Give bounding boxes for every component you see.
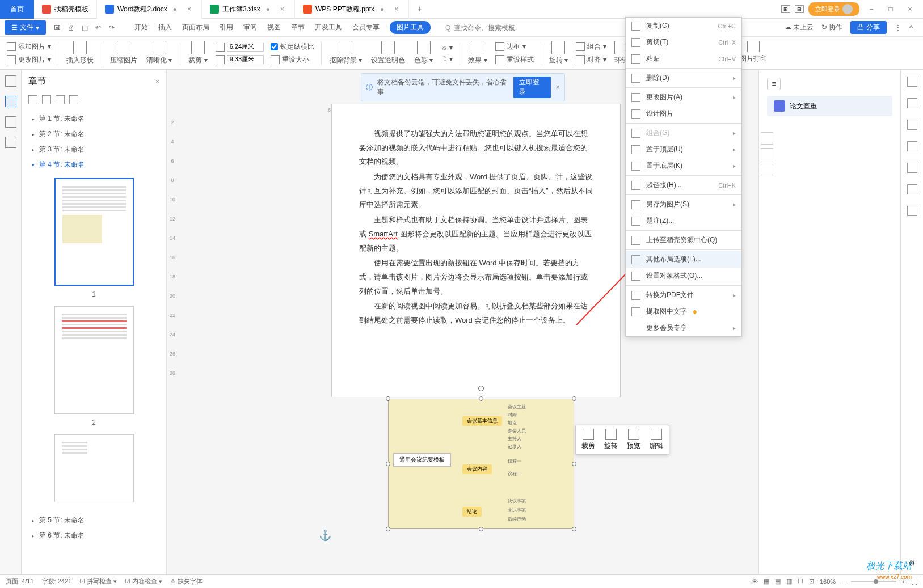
paragraph[interactable]: 使用在需要位置出现的新按钮在 Word 中保存时间。若要挡的方式，请单击该图片，… bbox=[359, 256, 593, 298]
section-add-icon[interactable] bbox=[56, 95, 65, 104]
tab-ppt[interactable]: WPS PPT教程.pptx●× bbox=[295, 0, 409, 19]
layer-top-icon[interactable] bbox=[761, 148, 773, 160]
coop-button[interactable]: ↻ 协作 bbox=[821, 23, 842, 32]
rr-settings-icon[interactable] bbox=[907, 206, 917, 216]
menu-tab-view[interactable]: 视图 bbox=[267, 21, 281, 34]
smartart-text[interactable]: SmartArt bbox=[369, 230, 398, 238]
search-input[interactable] bbox=[454, 24, 522, 32]
img-print-button[interactable]: 图片打印 bbox=[740, 41, 767, 64]
resize-handle-n[interactable] bbox=[479, 396, 483, 401]
ctx-more-layout[interactable]: 其他布局选项(L)... bbox=[626, 251, 741, 268]
menu-tab-section[interactable]: 章节 bbox=[291, 21, 305, 34]
group-icon[interactable] bbox=[761, 132, 773, 145]
document-page[interactable]: 视频提供了功能强大的方法帮助您证明您的观点。当您单可以在想要添加的视频的嵌入代码… bbox=[331, 104, 621, 397]
eye-icon[interactable]: 👁 bbox=[752, 578, 758, 585]
menu-tab-image-tools[interactable]: 图片工具 bbox=[390, 21, 431, 34]
ctx-change-image[interactable]: 更改图片(A)▸ bbox=[626, 89, 741, 105]
rr-select-icon[interactable] bbox=[907, 120, 917, 130]
ctx-caption[interactable]: 题注(Z)... bbox=[626, 213, 741, 229]
ctx-design-image[interactable]: 设计图片 bbox=[626, 105, 741, 122]
ctx-send-back[interactable]: 置于底层(K)▸ bbox=[626, 158, 741, 174]
change-image-button[interactable]: 更改图片 ▾ bbox=[5, 54, 53, 66]
reset-style-button[interactable]: 重设样式 bbox=[493, 54, 536, 66]
insert-shape-button[interactable]: 插入形状 bbox=[63, 41, 97, 65]
fit-icon[interactable]: ⊡ bbox=[809, 578, 814, 585]
ctx-delete[interactable]: 删除(D)▸ bbox=[626, 70, 741, 86]
collapse-all-icon[interactable] bbox=[42, 95, 51, 104]
preview-icon[interactable]: ◫ bbox=[80, 23, 89, 32]
rail-outline-icon[interactable] bbox=[5, 75, 16, 87]
outline-item-6[interactable]: ▸第 6 节: 未命名 bbox=[22, 528, 166, 543]
tab-xlsx[interactable]: 工作簿3.xlsx●× bbox=[202, 0, 295, 19]
menu-tab-member[interactable]: 会员专享 bbox=[352, 21, 380, 34]
remove-bg-button[interactable]: 抠除背景 ▾ bbox=[326, 41, 365, 65]
outline-item-3[interactable]: ▸第 3 节: 未命名 bbox=[22, 142, 166, 157]
share-button[interactable]: 凸 分享 bbox=[850, 21, 887, 34]
resize-handle-w[interactable] bbox=[386, 462, 390, 466]
combine-button[interactable]: 组合 ▾ bbox=[574, 41, 609, 53]
resize-handle-nw[interactable] bbox=[386, 396, 390, 401]
menu-tab-dev[interactable]: 开发工具 bbox=[315, 21, 342, 34]
float-preview-button[interactable]: 预览 bbox=[623, 428, 644, 452]
ctx-save-as-image[interactable]: 另存为图片(S)▸ bbox=[626, 196, 741, 213]
zoom-out[interactable]: − bbox=[841, 578, 845, 585]
menu-tab-start[interactable]: 开始 bbox=[134, 21, 148, 34]
fullscreen-icon[interactable]: ⛶ bbox=[911, 578, 917, 585]
menu-tab-review[interactable]: 审阅 bbox=[243, 21, 257, 34]
rotate-button[interactable]: 旋转 ▾ bbox=[546, 41, 571, 65]
tab-template[interactable]: 找稻壳模板 bbox=[34, 0, 97, 19]
page-thumbnail-1[interactable] bbox=[54, 178, 134, 286]
menu-tab-reference[interactable]: 引用 bbox=[220, 21, 233, 34]
add-image-button[interactable]: 添加图片 ▾ bbox=[5, 41, 53, 53]
missing-font[interactable]: ⚠ 缺失字体 bbox=[170, 577, 203, 586]
tab-word-doc[interactable]: Word教程2.docx●× bbox=[97, 0, 202, 19]
rr-style-icon[interactable] bbox=[907, 98, 917, 108]
clarity-button[interactable]: 清晰化 ▾ bbox=[143, 41, 175, 65]
ctx-to-pdf[interactable]: 转换为PDF文件▸ bbox=[626, 287, 741, 303]
view-icon-3[interactable]: ▥ bbox=[786, 578, 792, 585]
paragraph[interactable]: 为使您的文档具有专业外观，Word 提供了页眉、页脚、计，这些设计可互为补充。例… bbox=[359, 170, 593, 212]
zoom-slider[interactable] bbox=[851, 581, 896, 582]
rr-property-icon[interactable] bbox=[907, 163, 917, 173]
print-icon[interactable]: 🖨 bbox=[66, 23, 75, 32]
rr-clipboard-icon[interactable] bbox=[907, 141, 917, 151]
paragraph[interactable]: 视频提供了功能强大的方法帮助您证明您的观点。当您单可以在想要添加的视频的嵌入代码… bbox=[359, 127, 593, 169]
file-menu[interactable]: ☰ 文件 ▾ bbox=[5, 20, 46, 35]
ctx-format-object[interactable]: 设置对象格式(O)... bbox=[626, 268, 741, 284]
ctx-paste[interactable]: 粘贴Ctrl+V bbox=[626, 50, 741, 67]
rr-history-icon[interactable] bbox=[907, 184, 917, 194]
compress-button[interactable]: 压缩图片 bbox=[107, 41, 141, 65]
zoom-label[interactable]: 160% bbox=[820, 578, 836, 585]
view-icon-2[interactable]: ▤ bbox=[775, 578, 781, 585]
ctx-bring-front[interactable]: 置于顶层(U)▸ bbox=[626, 141, 741, 158]
redo-icon[interactable]: ↷ bbox=[107, 23, 116, 32]
outline-item-5[interactable]: ▸第 5 节: 未命名 bbox=[22, 513, 166, 528]
notice-close-icon[interactable]: × bbox=[555, 83, 559, 91]
effect-button[interactable]: 效果 ▾ bbox=[465, 41, 490, 65]
border-button[interactable]: 边框 ▾ bbox=[493, 41, 536, 53]
reset-size-button[interactable]: 重设大小 bbox=[268, 54, 317, 66]
resize-handle-e[interactable] bbox=[572, 462, 576, 466]
page-thumbnail-2[interactable] bbox=[54, 306, 134, 414]
outline-item-1[interactable]: ▸第 1 节: 未命名 bbox=[22, 111, 166, 126]
vertical-ruler[interactable]: 246810121416182022242628 bbox=[167, 97, 178, 574]
page-thumbnail-3[interactable] bbox=[54, 434, 134, 502]
section-del-icon[interactable] bbox=[69, 95, 78, 104]
rail-search-icon[interactable] bbox=[5, 137, 16, 148]
ctx-upload-docer[interactable]: 上传至稻壳资源中心(Q) bbox=[626, 232, 741, 248]
collapse-ribbon-icon[interactable]: ^ bbox=[909, 24, 913, 32]
word-count[interactable]: 字数: 2421 bbox=[42, 577, 72, 586]
resize-handle-se[interactable] bbox=[572, 527, 576, 531]
outline-item-4[interactable]: ▾第 4 节: 未命名 bbox=[22, 157, 166, 172]
undo-icon[interactable]: ↶ bbox=[94, 23, 103, 32]
color-button[interactable]: 色彩 ▾ bbox=[411, 41, 436, 65]
sidebar-close-icon[interactable]: × bbox=[155, 78, 159, 86]
resize-handle-sw[interactable] bbox=[386, 527, 390, 531]
collapse-panel-icon[interactable]: ≡ bbox=[767, 78, 781, 90]
crop-button[interactable]: 裁剪 ▾ bbox=[185, 41, 210, 65]
close-icon[interactable]: × bbox=[392, 5, 401, 13]
float-edit-button[interactable]: 编辑 bbox=[646, 428, 667, 452]
contrast-button[interactable]: ☽ ▾ bbox=[439, 54, 455, 64]
menu-tab-insert[interactable]: 插入 bbox=[158, 21, 172, 34]
brightness-button[interactable]: ☼ ▾ bbox=[439, 43, 455, 53]
